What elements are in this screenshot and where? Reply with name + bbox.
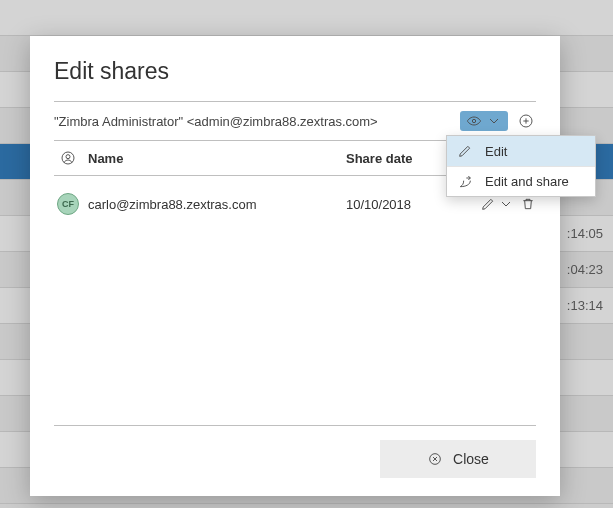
row-permission-dropdown[interactable] <box>480 196 514 212</box>
menu-label: Edit <box>485 144 507 159</box>
bg-time: ‌:14:05 <box>567 226 603 241</box>
pencil-icon <box>480 196 496 212</box>
menu-item-edit-share[interactable]: Edit and share <box>447 166 595 196</box>
bg-time: ‌:04:23 <box>567 262 603 277</box>
chevron-down-icon <box>486 113 502 129</box>
row-date: 10/10/2018 <box>346 197 456 212</box>
column-share-date: Share date <box>346 151 456 166</box>
add-share-button[interactable] <box>516 111 536 131</box>
person-icon <box>54 150 82 166</box>
edit-shares-dialog: Edit shares "Zimbra Administrator" <admi… <box>30 36 560 496</box>
column-name: Name <box>82 151 346 166</box>
delete-button[interactable] <box>520 196 536 212</box>
row-email: carlo@zimbra88.zextras.com <box>82 197 346 212</box>
close-icon <box>427 451 443 467</box>
close-button[interactable]: Close <box>380 440 536 478</box>
bg-row <box>0 0 613 36</box>
close-label: Close <box>453 451 489 467</box>
svg-point-0 <box>472 119 475 122</box>
dialog-title: Edit shares <box>54 58 536 85</box>
bg-time: ‌:13:14 <box>567 298 603 313</box>
chevron-down-icon <box>498 196 514 212</box>
permission-dropdown[interactable] <box>460 111 508 131</box>
permission-menu: Edit Edit and share <box>446 135 596 197</box>
pencil-icon <box>457 143 473 159</box>
share-icon <box>457 174 473 190</box>
menu-label: Edit and share <box>485 174 569 189</box>
eye-icon <box>466 113 482 129</box>
share-target-label: "Zimbra Administrator" <admin@zimbra88.z… <box>54 114 460 129</box>
menu-item-edit[interactable]: Edit <box>447 136 595 166</box>
avatar: CF <box>57 193 79 215</box>
svg-point-5 <box>66 155 70 159</box>
